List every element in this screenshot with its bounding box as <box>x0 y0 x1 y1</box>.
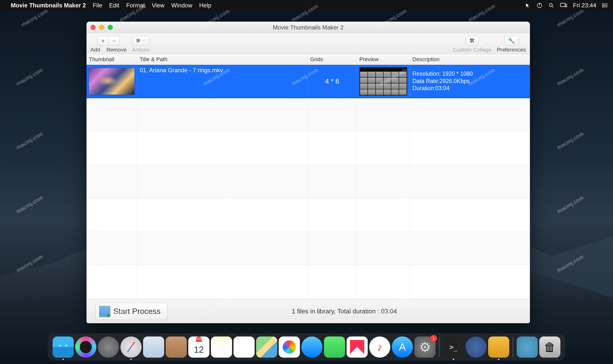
tools-icon: 🛠 <box>469 37 475 44</box>
window-close-button[interactable] <box>90 25 96 30</box>
dock-divider <box>439 337 439 357</box>
cell-thumbnail <box>87 65 137 98</box>
menubar-cursor-icon[interactable] <box>525 3 531 8</box>
actions-label: Actions <box>132 47 150 53</box>
table-row[interactable] <box>87 265 530 299</box>
cell-description: Resolution: 1920 * 1080 Data Rate:2926.0… <box>410 65 530 98</box>
menubar-clock[interactable]: Fri 23:44 <box>573 2 596 9</box>
dock-terminal[interactable] <box>443 336 464 358</box>
dock-divider <box>513 337 513 357</box>
custom-collage-button[interactable]: 🛠 <box>466 36 479 46</box>
chevron-down-icon: ﹀ <box>142 38 146 43</box>
dock-launchpad[interactable] <box>98 336 119 358</box>
svg-point-9 <box>602 3 603 4</box>
window-maximize-button[interactable] <box>108 25 113 30</box>
app-window: Movie Thumbnails Maker 2 ＋ － Add Remove … <box>87 22 530 323</box>
menubar-display-icon[interactable] <box>560 3 567 8</box>
traffic-lights <box>90 25 113 30</box>
cell-grids: 4 * 6 <box>308 65 357 98</box>
table-row[interactable] <box>87 232 530 265</box>
dock-news[interactable] <box>347 336 368 358</box>
preferences-button[interactable]: 🔧 <box>504 36 519 46</box>
dock-itunes[interactable] <box>369 336 390 358</box>
plus-icon: ＋ <box>100 37 106 45</box>
window-toolbar: ＋ － Add Remove ✻ ﹀ Actions 🛠 <box>87 33 530 54</box>
menu-view[interactable]: View <box>152 2 164 9</box>
menu-file[interactable]: File <box>93 2 102 9</box>
menu-window[interactable]: Window <box>171 2 192 9</box>
dock-mail[interactable] <box>143 336 164 358</box>
column-thumbnail[interactable]: Thumbnail <box>87 54 137 65</box>
dock-contacts[interactable] <box>166 336 187 358</box>
video-thumbnail <box>89 68 134 95</box>
svg-point-11 <box>602 6 603 7</box>
desc-datarate: Data Rate:2926.0Kbps <box>412 78 527 85</box>
footer-status: 1 files in library, Total duration : 03:… <box>292 308 397 315</box>
system-dock: APR 12 1 <box>48 334 565 361</box>
window-footer: Start Process 1 files in library, Total … <box>87 299 530 323</box>
table-body: 01. Ariana Grande - 7 rings.mkv 4 * 6 Re… <box>87 65 530 299</box>
file-table: Thumbnail Title & Path Grids Preview Des… <box>87 54 530 299</box>
dock-app-generic-2[interactable] <box>488 336 509 358</box>
menubar-power-icon[interactable] <box>537 2 542 8</box>
dock-app-generic-1[interactable] <box>466 336 487 358</box>
menu-format[interactable]: Format <box>126 2 145 9</box>
custom-collage-label: Custom Collage <box>453 47 492 53</box>
table-row[interactable] <box>87 98 530 132</box>
column-description[interactable]: Description <box>410 54 530 65</box>
remove-button[interactable]: － <box>109 36 120 46</box>
dock-siri[interactable] <box>75 336 96 358</box>
dock-facetime[interactable] <box>324 336 345 358</box>
dock-reminders[interactable] <box>234 336 255 358</box>
table-row[interactable] <box>87 165 530 198</box>
desc-duration: Duration:03:04 <box>412 85 527 92</box>
dock-trash[interactable] <box>539 336 560 358</box>
add-label: Add <box>90 47 100 53</box>
column-grids[interactable]: Grids <box>308 54 357 65</box>
desc-resolution: Resolution: 1920 * 1080 <box>412 70 527 78</box>
dock-finder[interactable] <box>53 336 74 358</box>
dock-system-preferences[interactable]: 1 <box>414 336 436 358</box>
dock-maps[interactable] <box>256 336 277 358</box>
svg-rect-4 <box>560 3 565 7</box>
dock-notes[interactable] <box>211 336 232 358</box>
menubar-app-name[interactable]: Movie Thumbnails Maker 2 <box>11 2 86 9</box>
settings-badge: 1 <box>430 335 437 342</box>
column-title-path[interactable]: Title & Path <box>137 54 308 65</box>
start-process-button[interactable]: Start Process <box>95 303 168 320</box>
notification-center-icon[interactable] <box>602 3 608 8</box>
menu-help[interactable]: Help <box>199 2 211 9</box>
start-process-icon <box>99 306 110 317</box>
window-minimize-button[interactable] <box>99 25 104 30</box>
svg-line-3 <box>552 6 553 7</box>
dock-photos[interactable] <box>279 336 300 358</box>
preferences-label: Preferences <box>497 47 526 53</box>
start-process-label: Start Process <box>113 307 161 316</box>
svg-point-2 <box>549 3 552 6</box>
window-titlebar[interactable]: Movie Thumbnails Maker 2 <box>87 22 530 33</box>
cell-preview <box>357 65 410 98</box>
dock-downloads[interactable] <box>517 336 538 358</box>
add-button[interactable]: ＋ <box>97 36 109 46</box>
menu-edit[interactable]: Edit <box>109 2 119 9</box>
table-row[interactable] <box>87 132 530 165</box>
svg-point-10 <box>602 5 603 6</box>
window-title: Movie Thumbnails Maker 2 <box>273 24 344 31</box>
remove-label: Remove <box>106 47 127 53</box>
actions-dropdown[interactable]: ✻ ﹀ <box>132 36 149 46</box>
dock-safari[interactable] <box>120 336 142 358</box>
dock-messages[interactable] <box>301 336 322 358</box>
table-row[interactable] <box>87 198 530 232</box>
table-header: Thumbnail Title & Path Grids Preview Des… <box>87 54 530 65</box>
column-preview[interactable]: Preview <box>357 54 410 65</box>
minus-icon: － <box>111 37 117 45</box>
table-row[interactable]: 01. Ariana Grande - 7 rings.mkv 4 * 6 Re… <box>87 65 530 98</box>
cell-title: 01. Ariana Grande - 7 rings.mkv <box>137 65 308 98</box>
gear-icon: ✻ <box>136 38 140 44</box>
spotlight-icon[interactable] <box>548 2 554 8</box>
dock-appstore[interactable] <box>392 336 413 358</box>
wrench-icon: 🔧 <box>508 37 515 44</box>
dock-calendar[interactable]: APR 12 <box>188 336 209 358</box>
preview-grid-thumbnail <box>359 67 407 96</box>
system-menubar: Movie Thumbnails Maker 2 File Edit Forma… <box>0 0 613 11</box>
